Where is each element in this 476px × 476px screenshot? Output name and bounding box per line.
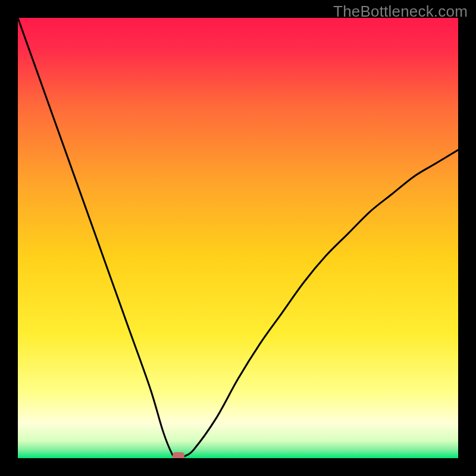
- optimal-point-marker: [173, 452, 184, 458]
- gradient-background: [18, 18, 458, 458]
- bottleneck-chart: [18, 18, 458, 458]
- watermark-text: TheBottleneck.com: [333, 2, 468, 21]
- chart-frame: TheBottleneck.com: [0, 0, 476, 476]
